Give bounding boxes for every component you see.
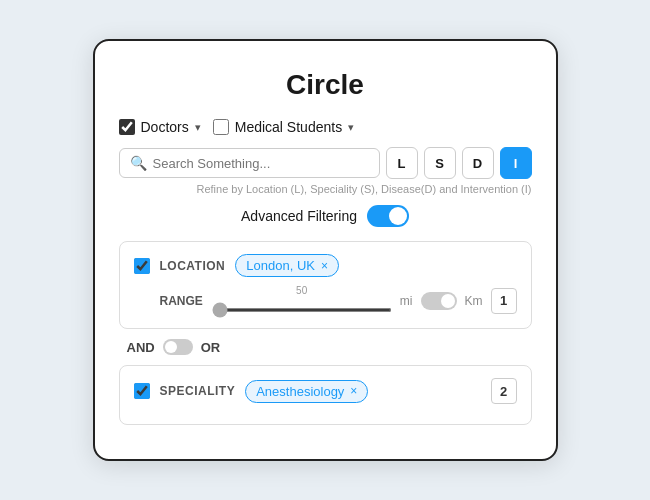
advanced-toggle[interactable] xyxy=(367,205,409,227)
app-container: Circle Doctors ▾ Medical Students ▾ 🔍 L … xyxy=(93,39,558,461)
filter-row: Doctors ▾ Medical Students ▾ xyxy=(119,119,532,135)
range-slider[interactable] xyxy=(212,308,392,312)
range-label: RANGE xyxy=(160,294,204,308)
km-toggle[interactable] xyxy=(421,292,457,310)
range-row: RANGE 50 mi Km 1 xyxy=(134,285,517,316)
speciality-tag: Anesthesiology × xyxy=(245,380,368,403)
location-tag-text: London, UK xyxy=(246,258,315,273)
location-section: LOCATION London, UK × RANGE 50 mi Km 1 xyxy=(119,241,532,329)
medical-students-chip[interactable]: Medical Students ▾ xyxy=(213,119,354,135)
speciality-checkbox[interactable] xyxy=(134,383,150,399)
speciality-header: SPECIALITY Anesthesiology × 2 xyxy=(134,378,517,404)
speciality-number: 2 xyxy=(491,378,517,404)
medical-students-label: Medical Students xyxy=(235,119,342,135)
doctors-arrow-icon: ▾ xyxy=(195,121,201,134)
doctors-chip[interactable]: Doctors ▾ xyxy=(119,119,201,135)
speciality-tag-text: Anesthesiology xyxy=(256,384,344,399)
km-knob xyxy=(441,294,455,308)
range-mi-label: mi xyxy=(400,294,413,308)
search-icon: 🔍 xyxy=(130,155,147,171)
location-header: LOCATION London, UK × xyxy=(134,254,517,277)
intervention-filter-btn[interactable]: I xyxy=(500,147,532,179)
medical-students-arrow-icon: ▾ xyxy=(348,121,354,134)
location-tag: London, UK × xyxy=(235,254,339,277)
disease-filter-btn[interactable]: D xyxy=(462,147,494,179)
location-checkbox[interactable] xyxy=(134,258,150,274)
advanced-label: Advanced Filtering xyxy=(241,208,357,224)
km-label: Km xyxy=(465,294,483,308)
speciality-title: SPECIALITY xyxy=(160,384,236,398)
range-tick: 50 xyxy=(212,285,392,296)
location-filter-btn[interactable]: L xyxy=(386,147,418,179)
doctors-label: Doctors xyxy=(141,119,189,135)
location-title: LOCATION xyxy=(160,259,226,273)
and-or-toggle[interactable] xyxy=(163,339,193,355)
search-box: 🔍 xyxy=(119,148,380,178)
speciality-tag-close-icon[interactable]: × xyxy=(350,384,357,398)
or-text: OR xyxy=(201,340,221,355)
and-or-knob xyxy=(165,341,177,353)
location-tag-close-icon[interactable]: × xyxy=(321,259,328,273)
range-number: 1 xyxy=(491,288,517,314)
search-input[interactable] xyxy=(153,156,369,171)
advanced-filtering-row: Advanced Filtering xyxy=(119,205,532,227)
app-title: Circle xyxy=(119,69,532,101)
search-row: 🔍 L S D I xyxy=(119,147,532,179)
and-or-row: AND OR xyxy=(119,339,532,355)
refine-hint: Refine by Location (L), Speciality (S), … xyxy=(119,183,532,195)
speciality-section: SPECIALITY Anesthesiology × 2 xyxy=(119,365,532,425)
and-text: AND xyxy=(127,340,155,355)
speciality-filter-btn[interactable]: S xyxy=(424,147,456,179)
doctors-checkbox[interactable] xyxy=(119,119,135,135)
range-wrap: 50 xyxy=(212,285,392,316)
medical-students-checkbox[interactable] xyxy=(213,119,229,135)
toggle-knob xyxy=(389,207,407,225)
